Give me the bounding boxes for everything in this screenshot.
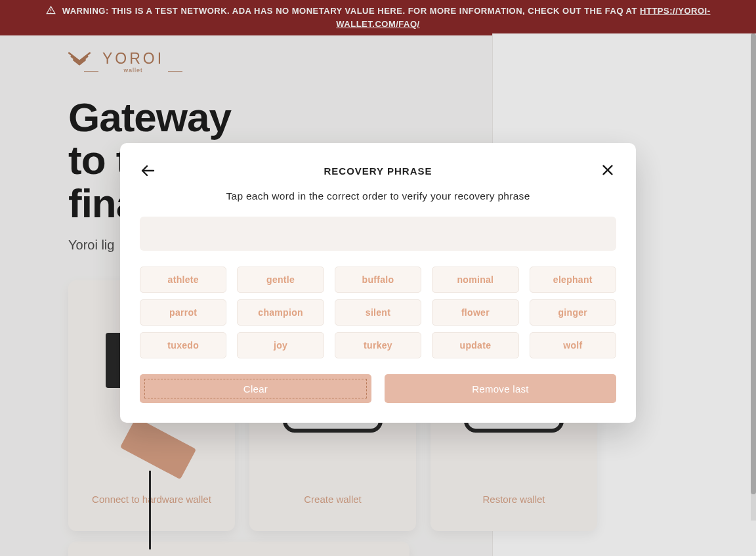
recovery-word-button[interactable]: wolf (530, 332, 616, 358)
recovery-word-button[interactable]: tuxedo (140, 332, 226, 358)
remove-last-button[interactable]: Remove last (385, 374, 616, 403)
recovery-word-button[interactable]: nominal (432, 267, 518, 293)
word-grid: athlete gentle buffalo nominal elephant … (140, 267, 616, 358)
recovery-word-button[interactable]: parrot (140, 299, 226, 326)
close-icon[interactable] (600, 163, 616, 179)
modal-instruction: Tap each word in the correct order to ve… (140, 190, 616, 202)
recovery-word-button[interactable]: ginger (530, 299, 616, 326)
recovery-word-button[interactable]: elephant (530, 267, 616, 293)
recovery-word-button[interactable]: buffalo (335, 267, 421, 293)
recovery-word-button[interactable]: gentle (237, 267, 324, 293)
modal-title: RECOVERY PHRASE (156, 165, 600, 177)
recovery-word-button[interactable]: turkey (335, 332, 421, 358)
recovery-word-button[interactable]: joy (237, 332, 324, 358)
recovery-word-button[interactable]: flower (432, 299, 518, 326)
clear-button[interactable]: Clear (140, 374, 371, 403)
recovery-word-button[interactable]: champion (237, 299, 324, 326)
recovery-word-button[interactable]: update (432, 332, 518, 358)
recovery-phrase-modal: RECOVERY PHRASE Tap each word in the cor… (120, 143, 636, 423)
recovery-word-button[interactable]: athlete (140, 267, 226, 293)
selected-words-box (140, 217, 616, 251)
recovery-word-button[interactable]: silent (335, 299, 421, 326)
back-arrow-icon[interactable] (140, 163, 156, 179)
